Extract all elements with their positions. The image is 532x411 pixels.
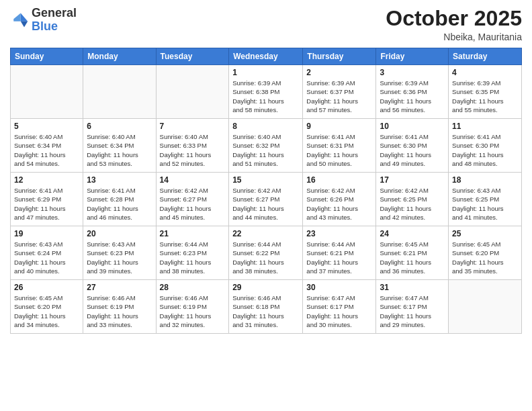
day-info: Sunrise: 6:39 AM Sunset: 6:37 PM Dayligh… — [306, 79, 372, 114]
day-number: 30 — [306, 283, 372, 292]
day-number: 14 — [160, 175, 226, 185]
table-row: 4Sunrise: 6:39 AM Sunset: 6:35 PM Daylig… — [449, 65, 522, 119]
day-info: Sunrise: 6:41 AM Sunset: 6:28 PM Dayligh… — [87, 186, 152, 222]
day-number: 11 — [452, 122, 518, 131]
header-sunday: Sunday — [11, 48, 83, 65]
day-info: Sunrise: 6:43 AM Sunset: 6:25 PM Dayligh… — [452, 186, 518, 222]
logo-icon — [10, 11, 29, 30]
day-info: Sunrise: 6:47 AM Sunset: 6:17 PM Dayligh… — [306, 293, 372, 329]
week-row-5: 26Sunrise: 6:45 AM Sunset: 6:20 PM Dayli… — [11, 280, 522, 334]
day-number: 31 — [380, 283, 445, 292]
table-row: 5Sunrise: 6:40 AM Sunset: 6:34 PM Daylig… — [11, 119, 83, 173]
day-number: 27 — [87, 283, 152, 292]
day-number: 5 — [14, 122, 79, 131]
table-row: 25Sunrise: 6:45 AM Sunset: 6:20 PM Dayli… — [449, 226, 522, 280]
day-number: 20 — [87, 229, 152, 238]
day-info: Sunrise: 6:39 AM Sunset: 6:35 PM Dayligh… — [452, 79, 518, 114]
day-info: Sunrise: 6:39 AM Sunset: 6:38 PM Dayligh… — [232, 79, 299, 114]
table-row — [449, 280, 522, 334]
logo-blue: Blue — [32, 19, 58, 33]
logo: General Blue — [10, 7, 77, 34]
day-info: Sunrise: 6:40 AM Sunset: 6:32 PM Dayligh… — [232, 132, 299, 168]
day-number: 26 — [14, 283, 79, 292]
table-row: 19Sunrise: 6:43 AM Sunset: 6:24 PM Dayli… — [11, 226, 83, 280]
table-row: 10Sunrise: 6:41 AM Sunset: 6:30 PM Dayli… — [376, 119, 449, 173]
calendar-page: General Blue October 2025 Nbeika, Maurit… — [0, 0, 532, 411]
header-monday: Monday — [83, 48, 156, 65]
day-number: 25 — [452, 229, 518, 238]
day-info: Sunrise: 6:44 AM Sunset: 6:22 PM Dayligh… — [232, 240, 299, 275]
day-number: 15 — [232, 175, 299, 185]
location: Nbeika, Mauritania — [386, 32, 522, 42]
day-number: 7 — [160, 122, 226, 131]
logo-general: General — [32, 6, 77, 19]
day-number: 29 — [232, 283, 299, 292]
day-number: 3 — [380, 68, 445, 77]
day-info: Sunrise: 6:41 AM Sunset: 6:31 PM Dayligh… — [306, 132, 372, 168]
day-number: 18 — [452, 175, 518, 185]
table-row: 7Sunrise: 6:40 AM Sunset: 6:33 PM Daylig… — [156, 119, 229, 173]
day-info: Sunrise: 6:43 AM Sunset: 6:24 PM Dayligh… — [14, 240, 79, 275]
day-info: Sunrise: 6:40 AM Sunset: 6:34 PM Dayligh… — [87, 132, 152, 168]
header: General Blue October 2025 Nbeika, Maurit… — [10, 7, 522, 42]
day-info: Sunrise: 6:42 AM Sunset: 6:27 PM Dayligh… — [232, 186, 299, 222]
day-number: 10 — [380, 122, 445, 131]
table-row: 26Sunrise: 6:45 AM Sunset: 6:20 PM Dayli… — [11, 280, 83, 334]
table-row: 6Sunrise: 6:40 AM Sunset: 6:34 PM Daylig… — [83, 119, 156, 173]
week-row-2: 5Sunrise: 6:40 AM Sunset: 6:34 PM Daylig… — [11, 119, 522, 173]
day-number: 23 — [306, 229, 372, 238]
day-info: Sunrise: 6:44 AM Sunset: 6:21 PM Dayligh… — [306, 240, 372, 275]
table-row: 30Sunrise: 6:47 AM Sunset: 6:17 PM Dayli… — [303, 280, 376, 334]
day-number: 12 — [14, 175, 79, 185]
day-info: Sunrise: 6:42 AM Sunset: 6:26 PM Dayligh… — [306, 186, 372, 222]
day-info: Sunrise: 6:41 AM Sunset: 6:30 PM Dayligh… — [452, 132, 518, 168]
day-info: Sunrise: 6:47 AM Sunset: 6:17 PM Dayligh… — [380, 293, 445, 329]
table-row — [156, 65, 229, 119]
day-info: Sunrise: 6:40 AM Sunset: 6:33 PM Dayligh… — [160, 132, 226, 168]
day-info: Sunrise: 6:46 AM Sunset: 6:19 PM Dayligh… — [160, 293, 226, 329]
table-row: 23Sunrise: 6:44 AM Sunset: 6:21 PM Dayli… — [303, 226, 376, 280]
header-thursday: Thursday — [303, 48, 376, 65]
table-row — [11, 65, 83, 119]
week-row-3: 12Sunrise: 6:41 AM Sunset: 6:29 PM Dayli… — [11, 173, 522, 226]
table-row: 21Sunrise: 6:44 AM Sunset: 6:23 PM Dayli… — [156, 226, 229, 280]
day-number: 19 — [14, 229, 79, 238]
table-row: 14Sunrise: 6:42 AM Sunset: 6:27 PM Dayli… — [156, 173, 229, 226]
day-number: 22 — [232, 229, 299, 238]
day-number: 9 — [306, 122, 372, 131]
day-info: Sunrise: 6:46 AM Sunset: 6:18 PM Dayligh… — [232, 293, 299, 329]
header-saturday: Saturday — [449, 48, 522, 65]
table-row: 3Sunrise: 6:39 AM Sunset: 6:36 PM Daylig… — [376, 65, 449, 119]
day-number: 24 — [380, 229, 445, 238]
svg-marker-2 — [13, 13, 21, 21]
header-tuesday: Tuesday — [156, 48, 229, 65]
day-info: Sunrise: 6:39 AM Sunset: 6:36 PM Dayligh… — [380, 79, 445, 114]
table-row: 17Sunrise: 6:42 AM Sunset: 6:25 PM Dayli… — [376, 173, 449, 226]
day-number: 6 — [87, 122, 152, 131]
day-number: 13 — [87, 175, 152, 185]
week-row-1: 1Sunrise: 6:39 AM Sunset: 6:38 PM Daylig… — [11, 65, 522, 119]
svg-marker-1 — [21, 21, 28, 28]
day-info: Sunrise: 6:40 AM Sunset: 6:34 PM Dayligh… — [14, 132, 79, 168]
table-row: 31Sunrise: 6:47 AM Sunset: 6:17 PM Dayli… — [376, 280, 449, 334]
month-info: October 2025 Nbeika, Mauritania — [386, 7, 522, 42]
calendar-table: Sunday Monday Tuesday Wednesday Thursday… — [10, 48, 522, 334]
svg-marker-0 — [21, 13, 28, 21]
table-row — [83, 65, 156, 119]
table-row: 1Sunrise: 6:39 AM Sunset: 6:38 PM Daylig… — [229, 65, 303, 119]
table-row: 18Sunrise: 6:43 AM Sunset: 6:25 PM Dayli… — [449, 173, 522, 226]
logo-text: General Blue — [32, 7, 77, 34]
day-number: 28 — [160, 283, 226, 292]
day-info: Sunrise: 6:46 AM Sunset: 6:19 PM Dayligh… — [87, 293, 152, 329]
header-friday: Friday — [376, 48, 449, 65]
table-row: 29Sunrise: 6:46 AM Sunset: 6:18 PM Dayli… — [229, 280, 303, 334]
header-wednesday: Wednesday — [229, 48, 303, 65]
table-row: 15Sunrise: 6:42 AM Sunset: 6:27 PM Dayli… — [229, 173, 303, 226]
day-info: Sunrise: 6:41 AM Sunset: 6:29 PM Dayligh… — [14, 186, 79, 222]
day-info: Sunrise: 6:44 AM Sunset: 6:23 PM Dayligh… — [160, 240, 226, 275]
day-number: 2 — [306, 68, 372, 77]
table-row: 22Sunrise: 6:44 AM Sunset: 6:22 PM Dayli… — [229, 226, 303, 280]
day-number: 16 — [306, 175, 372, 185]
table-row: 8Sunrise: 6:40 AM Sunset: 6:32 PM Daylig… — [229, 119, 303, 173]
day-number: 21 — [160, 229, 226, 238]
